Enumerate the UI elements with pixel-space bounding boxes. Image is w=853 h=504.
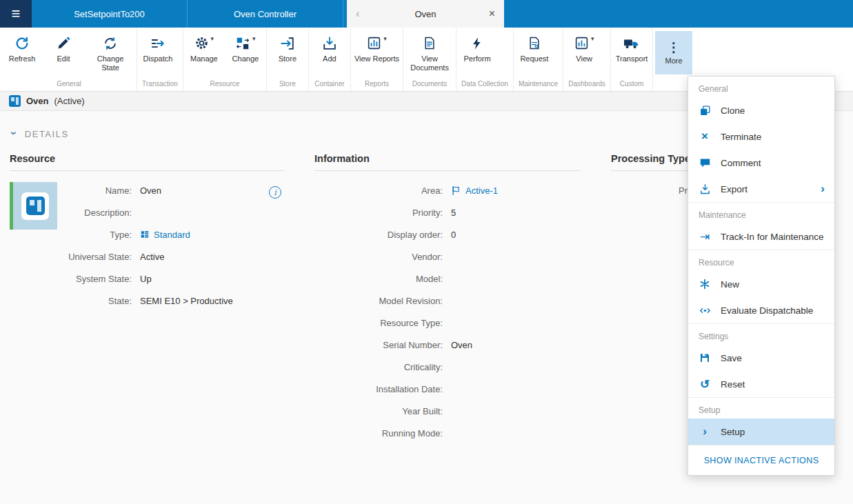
resource-thumbnail xyxy=(10,182,57,230)
resource-entity-icon xyxy=(9,95,21,107)
field-value: Up xyxy=(140,274,152,284)
menu-group-label-resource: Resource xyxy=(688,250,834,271)
button-label: Manage xyxy=(190,54,218,63)
edit-button[interactable]: Edit xyxy=(43,28,84,63)
store-button[interactable]: Store xyxy=(267,28,308,63)
dispatch-button[interactable]: Dispatch xyxy=(137,28,179,63)
field-label: Display order: xyxy=(314,230,451,240)
store-icon xyxy=(280,34,295,52)
change-state-button[interactable]: Change State xyxy=(84,28,137,72)
details-section-label: DETAILS xyxy=(25,129,69,139)
button-label: Dispatch xyxy=(143,54,173,63)
menu-item-reset[interactable]: ↺ Reset xyxy=(688,371,834,397)
field-row: Criticality: xyxy=(314,356,581,378)
menu-item-terminate[interactable]: × Terminate xyxy=(688,123,834,150)
main-menu-button[interactable]: ≡ xyxy=(0,0,32,28)
tab-setsetpointto200[interactable]: SetSetpointTo200 xyxy=(32,0,188,28)
menu-item-label: Evaluate Dispatchable xyxy=(721,305,813,316)
field-label: Type: xyxy=(63,230,140,240)
menu-item-evaluate-dispatchable[interactable]: Evaluate Dispatchable xyxy=(688,297,834,323)
field-value: 5 xyxy=(451,208,456,218)
bar-chart-icon: ▾ xyxy=(367,34,387,52)
back-chevron-icon[interactable]: ‹ xyxy=(356,7,360,21)
button-label: Transport xyxy=(616,54,648,63)
refresh-button[interactable]: Refresh xyxy=(1,28,43,63)
button-label: Perform xyxy=(464,54,491,63)
button-label: View xyxy=(576,54,592,63)
menu-item-track-in-for-maintenance[interactable]: ⇥ Track-In for Maintenance xyxy=(688,223,834,250)
field-label: System State: xyxy=(63,274,140,284)
resource-type-link[interactable]: Standard xyxy=(140,230,190,240)
menu-group-label-maintenance: Maintenance xyxy=(688,202,834,223)
area-flag-icon xyxy=(451,185,461,196)
menu-item-label: Comment xyxy=(721,158,761,168)
menu-item-export[interactable]: Export › xyxy=(688,176,834,202)
manage-button[interactable]: ▾ Manage xyxy=(183,28,225,63)
view-reports-button[interactable]: ▾ View Reports xyxy=(351,28,403,63)
field-label: Installation Date: xyxy=(314,384,451,394)
perform-button[interactable]: Perform xyxy=(456,28,498,63)
field-value: Oven xyxy=(451,340,472,350)
button-label: Add xyxy=(323,54,337,63)
field-label: Running Mode: xyxy=(314,428,451,439)
field-row: Running Mode: xyxy=(314,422,581,444)
field-value: 0 xyxy=(451,230,456,240)
topbar-filler xyxy=(504,0,853,28)
transport-button[interactable]: Transport xyxy=(611,28,652,63)
request-button[interactable]: Request xyxy=(514,28,555,63)
menu-item-label: Terminate xyxy=(721,132,761,142)
ribbon-group-label: Store xyxy=(267,79,308,91)
change-icon: ▾ xyxy=(235,34,256,52)
field-label: Vendor: xyxy=(314,252,451,262)
field-label: Serial Number: xyxy=(314,340,451,350)
ribbon-group-dashboards: ▾ View Dashboards xyxy=(563,28,611,91)
view-dashboards-button[interactable]: ▾ View xyxy=(563,28,605,63)
menu-item-setup[interactable]: › Setup xyxy=(688,419,834,445)
field-row: Installation Date: xyxy=(314,378,581,400)
add-button[interactable]: Add xyxy=(309,28,350,63)
ribbon-group-label: Documents xyxy=(403,79,456,91)
field-row: Name: Oven xyxy=(63,179,284,201)
ribbon-group-container: Add Container xyxy=(309,28,351,91)
information-section-header: Information xyxy=(314,153,581,171)
more-button[interactable]: ⋮ More xyxy=(655,31,692,74)
field-label: Year Built: xyxy=(314,406,451,416)
field-label: Model Revision: xyxy=(314,296,451,306)
submenu-chevron-icon: › xyxy=(821,182,825,196)
change-button[interactable]: ▾ Change xyxy=(225,28,266,63)
field-value: SEMI E10 > Productive xyxy=(140,296,233,306)
evaluate-dispatchable-icon xyxy=(698,305,712,316)
field-row: Priority: 5 xyxy=(314,201,581,223)
add-to-container-icon xyxy=(322,34,337,52)
field-label: Model: xyxy=(314,274,451,284)
show-inactive-actions-link[interactable]: SHOW INACTIVE ACTIONS xyxy=(688,445,834,475)
more-icon: ⋮ xyxy=(668,41,681,54)
tab-oven-controller[interactable]: Oven Controller xyxy=(188,0,343,28)
dispatch-icon xyxy=(150,34,165,52)
view-documents-button[interactable]: View Documents xyxy=(403,28,456,72)
button-label: Edit xyxy=(57,54,70,63)
hamburger-icon: ≡ xyxy=(12,5,21,23)
resource-section: Resource Name: Oven Description: xyxy=(10,153,284,444)
info-icon[interactable]: i xyxy=(269,186,281,199)
ribbon-group-store: Store Store xyxy=(267,28,309,91)
field-row: Vendor: xyxy=(314,245,581,268)
close-tab-icon[interactable]: × xyxy=(489,8,495,20)
field-row: Universal State: Active xyxy=(63,245,284,268)
menu-item-clone[interactable]: Clone xyxy=(688,97,834,123)
field-label: Area: xyxy=(314,185,451,196)
menu-item-save[interactable]: Save xyxy=(688,345,834,371)
document-icon xyxy=(423,34,436,52)
ribbon-group-general: Refresh Edit Change State General xyxy=(1,28,137,91)
ribbon-group-reports: ▾ View Reports Reports xyxy=(351,28,403,91)
field-row: Year Built: xyxy=(314,400,581,422)
menu-item-new[interactable]: New xyxy=(688,271,834,297)
area-link[interactable]: Active-1 xyxy=(451,185,498,196)
refresh-icon xyxy=(14,34,30,52)
menu-item-comment[interactable]: Comment xyxy=(688,150,834,176)
field-row: State: SEMI E10 > Productive xyxy=(63,290,284,312)
button-label: Store xyxy=(279,54,297,63)
tab-oven[interactable]: ‹ Oven × xyxy=(347,0,504,28)
standard-type-icon xyxy=(140,230,150,239)
field-value: Active xyxy=(140,252,164,262)
